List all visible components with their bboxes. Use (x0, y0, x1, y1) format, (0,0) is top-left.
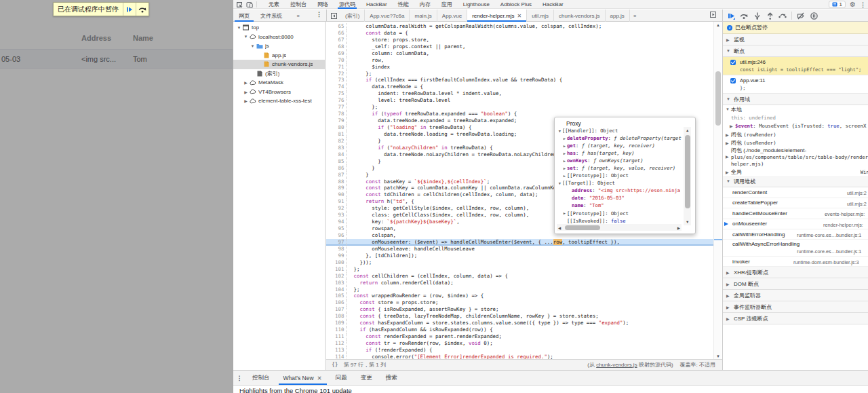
code-line-70[interactable]: 70 row, (326, 56, 722, 63)
navigator-tab-文件系统[interactable]: 文件系统 (255, 10, 288, 22)
popup-row-12[interactable]: [[IsRevoked]]: false (555, 217, 685, 225)
call-stack-frame-callWithAsyncErrorHandling[interactable]: callWithAsyncErrorHandlingruntime-core.e… (723, 240, 868, 257)
step-over-icon[interactable] (740, 12, 748, 20)
navigator-more-kebab-icon[interactable]: ⋮ (316, 11, 322, 18)
editor-vertical-scrollbar[interactable]: ▲ ▼ (713, 22, 722, 359)
breakpoint-checkbox[interactable] (730, 78, 736, 83)
code-line-107[interactable]: 107 const { isRowExpanded, assertRowKey … (326, 306, 722, 313)
code-line-71[interactable]: 71 $index (326, 63, 722, 70)
expanded-arrow-icon[interactable]: ▼ (557, 181, 562, 185)
popup-row-11[interactable]: ▶[[Prototype]]: Object (555, 210, 685, 217)
device-toolbar-icon[interactable] (246, 1, 253, 8)
breakpoint-entry-util.mjs:246[interactable]: util.mjs:246const isLight = tooltipEffec… (723, 57, 868, 75)
popup-hscrollbar-thumb[interactable] (565, 225, 600, 230)
deactivate-breakpoints-icon[interactable] (797, 12, 805, 20)
code-line-98[interactable]: 98 onMouseleave: handleCellMouseLeave (326, 245, 722, 252)
scope-event[interactable]: ▶$event: MouseEvent {isTrusted: true, sc… (723, 122, 868, 130)
main-tab-性能[interactable]: 性能 (393, 0, 414, 9)
code-line-112[interactable]: 112 const tr = rowRender(row, $index, vo… (326, 340, 722, 347)
main-tab-Adblock Plus[interactable]: Adblock Plus (495, 0, 537, 9)
popup-row-4[interactable]: ▶ownKeys: ƒ ownKeys(target) (555, 157, 685, 164)
pause-on-exceptions-icon[interactable] (810, 12, 818, 20)
code-line-99[interactable]: 99 }, [tdChildren]); (326, 252, 722, 259)
scope-this[interactable]: this: undefined (723, 113, 868, 121)
popup-row-8[interactable]: address: "<img src=https://eson.ninja (555, 187, 685, 194)
tree-item-(索引)[interactable]: (索引) (233, 69, 325, 79)
expanded-arrow-icon[interactable]: ▼ (250, 44, 256, 48)
editor-tab-App.vue?7c6a[interactable]: App.vue?7c6a (365, 10, 410, 22)
code-line-108[interactable]: 108 const { treeData, lazyTreeNodeMap, c… (326, 313, 722, 320)
collapsed-arrow-icon[interactable]: ▶ (562, 136, 567, 141)
editor-tab-App.vue[interactable]: App.vue (437, 10, 467, 22)
main-tab-源代码[interactable]: 源代码 (334, 0, 361, 9)
collapsed-arrow-icon[interactable]: ▶ (562, 151, 567, 155)
code-line-66[interactable]: 66 const data = { (326, 29, 722, 36)
hide-debugger-sidebar-icon[interactable] (710, 12, 716, 18)
expanded-arrow-icon[interactable]: ▼ (243, 35, 249, 39)
popup-vertical-scrollbar[interactable]: ▲ ▼ (684, 127, 691, 225)
drawer-tab-What's New[interactable]: What's New✕ (277, 371, 329, 385)
breakpoint-entry-App.vue:11[interactable]: App.vue:11}; (723, 75, 868, 94)
section-watch[interactable]: ▶ 监视 (723, 34, 868, 45)
main-tab-应用[interactable]: 应用 (436, 0, 458, 9)
collapsed-arrow-icon[interactable]: ▶ (562, 174, 567, 178)
section-CSP 违规断点[interactable]: ▶CSP 违规断点 (723, 313, 868, 324)
breakpoint-checkbox[interactable] (730, 60, 736, 65)
scroll-down-arrow-icon[interactable]: ▼ (714, 353, 722, 359)
scope-global[interactable]: ▶全局Window (723, 168, 868, 176)
code-line-102[interactable]: 102const cellChildren = (cellIndex, colu… (326, 272, 722, 279)
scroll-down-arrow-icon[interactable]: ▼ (686, 220, 689, 224)
call-stack-frame-onMouseenter[interactable]: onMouseenterrender-helper.mjs: (723, 219, 868, 229)
collapsed-arrow-icon[interactable]: ▶ (562, 211, 567, 215)
code-line-69[interactable]: 69 column: columnData, (326, 50, 722, 56)
code-line-77[interactable]: 77 }; (326, 104, 722, 111)
section-DOM 断点[interactable]: ▶DOM 断点 (723, 278, 868, 290)
code-line-105[interactable]: 105const wrappedRowRender = (row, $index… (326, 293, 722, 299)
popup-row-6[interactable]: ▶[[Prototype]]: Object (555, 172, 685, 179)
popup-row-0[interactable]: ▼[[Handler]]: Object (555, 127, 685, 134)
navigator-tabs-overflow[interactable]: » (296, 13, 301, 19)
main-menu-kebab-icon[interactable]: ⋮ (860, 1, 866, 8)
expanded-arrow-icon[interactable]: ▼ (236, 26, 242, 30)
settings-gear-icon[interactable]: ⚙ (850, 1, 856, 8)
popup-row-2[interactable]: ▶get: ƒ (target, key, receiver) (555, 142, 685, 149)
table-row[interactable] (0, 49, 233, 69)
navigator-tab-网页[interactable]: 网页 (233, 10, 255, 22)
close-tab-icon[interactable]: ✕ (317, 375, 322, 381)
editor-tab-util.mjs[interactable]: util.mjs (527, 10, 554, 22)
popup-row-7[interactable]: ▼[[Target]]: Object (555, 179, 685, 187)
popup-row-3[interactable]: ▶has: ƒ has(target, key) (555, 149, 685, 157)
issues-button[interactable]: 1 (829, 1, 846, 8)
section-XHR/提取断点[interactable]: ▶XHR/提取断点 (723, 267, 868, 278)
tree-item-chunk-vendors.js[interactable]: chunk-vendors.js (233, 60, 325, 69)
tree-item-top[interactable]: ▼top (233, 23, 325, 33)
resume-script-icon[interactable] (727, 12, 735, 20)
scroll-up-arrow-icon[interactable]: ▲ (714, 22, 722, 28)
scroll-right-arrow-icon[interactable]: ▶ (677, 226, 680, 230)
scope-local[interactable]: ▼本地 (723, 105, 868, 113)
drawer-tab-控制台[interactable]: 控制台 (245, 371, 277, 385)
call-stack-frame-invoker[interactable]: invokerruntime-dom.esm-bundler.js:3 (723, 257, 868, 267)
code-line-114[interactable]: 114 console.error("[Element Error]render… (326, 353, 722, 359)
code-line-72[interactable]: 72 }; (326, 70, 722, 77)
inspect-element-icon[interactable] (236, 1, 243, 8)
source-map-link[interactable]: chunk-vendors.js (596, 362, 637, 368)
collapsed-arrow-icon[interactable]: ▶ (243, 80, 249, 85)
collapsed-arrow-icon[interactable]: ▶ (243, 90, 249, 94)
main-tab-控制台[interactable]: 控制台 (285, 0, 312, 9)
call-stack-frame-createTablePopper[interactable]: createTablePopperutil.mjs:2 (723, 198, 868, 208)
code-line-75[interactable]: 75 indent: treeRowData.level * indent.va… (326, 90, 722, 97)
collapsed-arrow-icon[interactable]: ▶ (562, 159, 567, 163)
tree-item-MetaMask[interactable]: ▶MetaMask (233, 78, 325, 88)
scroll-up-arrow-icon[interactable]: ▲ (686, 128, 689, 132)
tree-item-localhost:8080[interactable]: ▼localhost:8080 (233, 33, 325, 42)
step-into-icon[interactable] (753, 12, 761, 20)
pretty-print-icon[interactable]: {} (332, 362, 338, 368)
main-tab-Lighthouse[interactable]: Lighthouse (458, 0, 495, 9)
scope-closure-0[interactable]: ▶闭包 (rowRender) (723, 130, 868, 138)
code-line-103[interactable]: 103 return column.renderCell(data); (326, 279, 722, 286)
popup-row-5[interactable]: ▶set: ƒ (target, key, value, receiver) (555, 164, 685, 172)
editor-tab-app.js[interactable]: app.js (606, 10, 630, 22)
call-stack-frame-handleCellMouseEnter[interactable]: handleCellMouseEnterevents-helper.mjs: (723, 208, 868, 219)
collapsed-arrow-icon[interactable]: ▶ (562, 144, 567, 148)
